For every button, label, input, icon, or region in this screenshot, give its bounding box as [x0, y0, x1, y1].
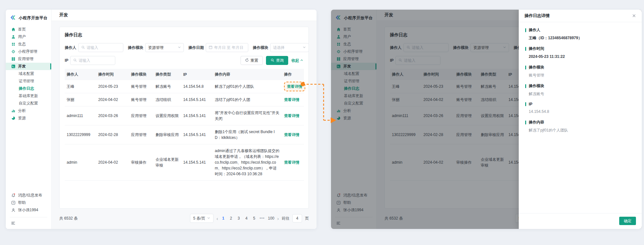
drawer-field-label: 操作时间: [525, 46, 635, 51]
sidebar-item-label: 用户: [18, 34, 26, 40]
column-header: IP: [181, 69, 213, 80]
view-detail-link[interactable]: 查看详情: [284, 113, 299, 118]
cell-type: 设置应用权限: [154, 106, 181, 125]
sidebar-item[interactable]: 自定义配置: [6, 100, 51, 107]
cell-module: 审核操作: [129, 144, 154, 181]
page-button[interactable]: 4: [244, 216, 249, 221]
drawer-field-label: 操作人: [525, 27, 635, 33]
cell-type: 解冻账号: [154, 80, 181, 93]
table-row: 张丽2024-04-02账号管理冻结组织14.154.5.141冻结了pjf01…: [65, 93, 304, 106]
operation-log-table: 操作人操作时间操作模块操作类型IP操作内容操作 王峰2024-05-23账号管理…: [65, 69, 304, 181]
table-row: admin2024-04-02审核操作企业域名更新审核14.154.5.141a…: [65, 144, 304, 181]
cell-ip: 14.154.5.141: [181, 106, 213, 125]
drawer-footer: 确定: [519, 213, 642, 229]
drawer-field-value: 14.154.54.8: [525, 109, 635, 114]
left-screen: 小程序开放平台 首页用户生态小程序管理应用管理开发域名配置证书管理操作日志基础库…: [6, 10, 317, 229]
sidebar-item[interactable]: 生态: [6, 41, 51, 48]
operation-log-card: 操作日志 操作人 请输入 操作模块: [59, 27, 309, 209]
sidebar-item-label: 消息/信息发布: [18, 193, 42, 198]
goto-suffix: 页: [305, 216, 309, 221]
page-button[interactable]: 1: [221, 216, 225, 221]
collapse-filters-link[interactable]: 收起: [291, 58, 303, 63]
cell-type: 企业域名更新审核: [154, 144, 181, 181]
view-detail-link[interactable]: 查看详情: [284, 97, 299, 102]
page-button[interactable]: 2: [229, 216, 233, 221]
view-detail-link[interactable]: 查看详情: [284, 160, 299, 165]
sidebar-item[interactable]: 小程序管理: [6, 48, 51, 55]
page-button[interactable]: 100: [268, 216, 274, 221]
sidebar-item[interactable]: 应用管理: [6, 55, 51, 63]
column-header: 操作时间: [96, 69, 129, 80]
sidebar-item[interactable]: 首页: [6, 26, 51, 33]
sidebar-item[interactable]: 消息/信息发布: [6, 192, 51, 199]
cell-ip: 14.154.54.8: [181, 80, 213, 93]
cell-content: 将"开发中心自行设置应用可见性"开关关闭: [213, 106, 282, 125]
sidebar-item[interactable]: 张小强1994: [6, 206, 51, 214]
column-header: 操作内容: [213, 69, 282, 80]
date-range-input[interactable]: 年月日 至 年月日: [206, 43, 248, 52]
cell-operator: 13022229999: [65, 125, 96, 144]
chevron-up-icon: [300, 58, 303, 63]
cell-module: 应用管理: [129, 125, 154, 144]
total-count: 共 6532 条: [59, 216, 78, 221]
sidebar-item[interactable]: 基础库更新: [6, 92, 51, 100]
page-button[interactable]: 5: [252, 216, 256, 221]
operator-input[interactable]: 请输入: [78, 43, 123, 52]
help-icon: ?: [11, 201, 15, 205]
cell-time: 2024-02-28: [96, 125, 129, 144]
cell-content: 删除1个应用（测试 secret Bundle ID：klklklces）: [213, 125, 282, 144]
page-header: 开发: [52, 10, 317, 21]
next-page-button[interactable]: ›: [277, 216, 279, 221]
goto-page-input[interactable]: 4: [292, 214, 302, 222]
module2-select[interactable]: 请选择: [270, 43, 309, 52]
view-detail-link[interactable]: 查看详情: [287, 84, 302, 89]
prev-page-button[interactable]: ‹: [216, 216, 218, 221]
calendar-icon: [209, 45, 213, 50]
query-button[interactable]: 查询: [266, 56, 288, 65]
sidebar-item[interactable]: 开发: [6, 63, 51, 70]
view-detail-link[interactable]: 查看详情: [284, 132, 299, 137]
table-header-row: 操作人操作时间操作模块操作类型IP操作内容操作: [65, 69, 304, 80]
page-size-select[interactable]: 5 条/页: [190, 214, 213, 223]
page-button[interactable]: 3: [236, 216, 241, 221]
module-filter-label: 操作模块: [128, 45, 143, 50]
reset-button[interactable]: 重置: [241, 56, 263, 65]
sidebar-item-label: 生态: [18, 41, 26, 47]
sidebar-item[interactable]: 分析: [6, 107, 51, 114]
drawer-field: 操作内容解冻了pjf01的个人团队: [525, 120, 635, 133]
ip-input[interactable]: 请输入: [70, 56, 115, 65]
cell-content: 解冻了pjf01的个人团队: [213, 80, 282, 93]
cell-action: 查看详情: [282, 80, 304, 93]
table-row: admin1112024-03-26应用管理设置应用权限14.154.5.141…: [65, 106, 304, 125]
search-icon: [73, 58, 77, 63]
close-icon[interactable]: [632, 14, 636, 18]
analytics-icon: [11, 109, 15, 113]
cell-time: 2024-05-23: [96, 80, 129, 93]
query-button-label: 查询: [276, 58, 284, 63]
cell-operator: admin111: [65, 106, 96, 125]
cell-operator: 王峰: [65, 80, 96, 93]
sidebar-item-label: 帮助: [18, 200, 26, 205]
sidebar-item[interactable]: 证书管理: [6, 77, 51, 85]
sidebar-item[interactable]: 域名配置: [6, 70, 51, 77]
chevron-down-icon: [303, 45, 306, 50]
sidebar-item[interactable]: 操作日志: [6, 85, 51, 92]
annotation-highlight-box: 查看详情: [284, 82, 305, 91]
sidebar-collapse-icon[interactable]: [6, 220, 51, 226]
column-header: 操作人: [65, 69, 96, 80]
sidebar-item-label: 分析: [18, 108, 26, 113]
ecosystem-icon: [11, 42, 15, 47]
sidebar-item[interactable]: ?帮助: [6, 199, 51, 206]
chevron-down-icon: [207, 216, 210, 221]
apps-icon: [11, 57, 15, 61]
sidebar-divider: [10, 217, 47, 217]
svg-text:?: ?: [13, 202, 14, 204]
sidebar-item[interactable]: 用户: [6, 33, 51, 41]
operator-input-placeholder: 请输入: [87, 45, 98, 50]
cell-time: 2024-03-26: [96, 106, 129, 125]
module-select[interactable]: 资源管理: [145, 43, 184, 52]
confirm-button[interactable]: 确定: [619, 217, 636, 225]
sidebar-item[interactable]: 资源: [6, 114, 51, 122]
drawer-field: 操作模块解冻账号: [525, 83, 635, 97]
user-icon: [11, 35, 15, 39]
